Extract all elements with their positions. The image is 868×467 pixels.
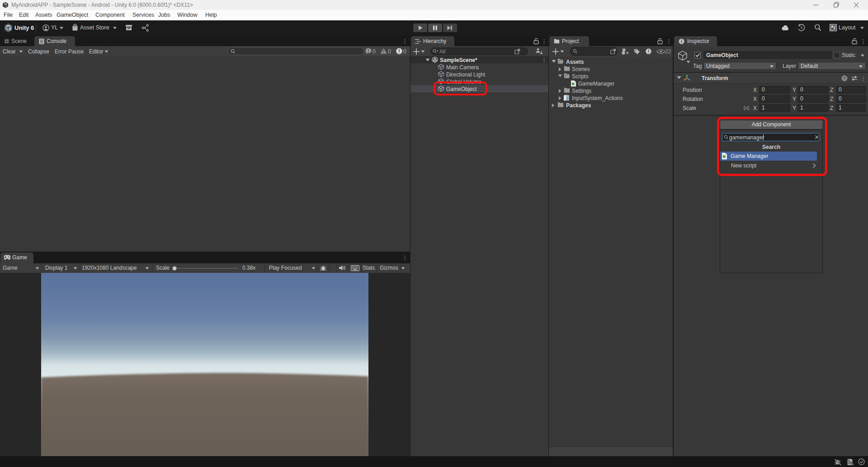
svg-text:?: ? (843, 76, 846, 81)
